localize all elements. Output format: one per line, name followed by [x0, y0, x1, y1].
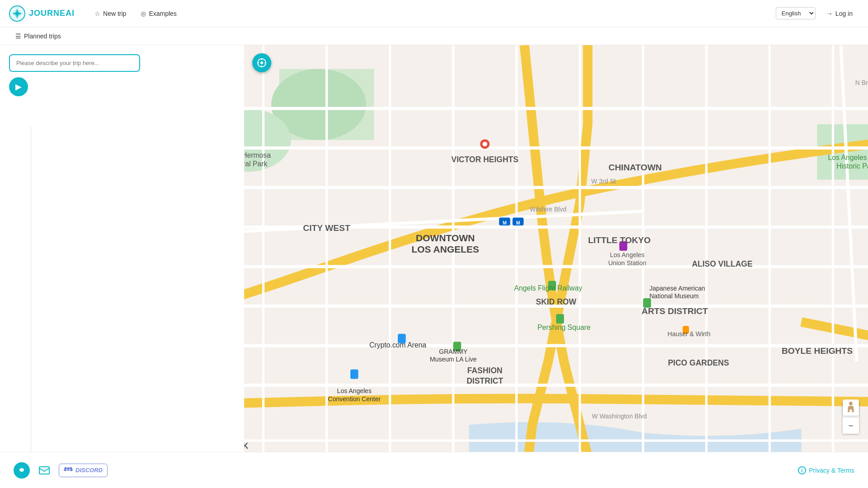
new-trip-label: New trip — [103, 10, 126, 17]
svg-text:M: M — [516, 220, 520, 225]
login-icon: → — [826, 10, 833, 17]
svg-text:N Broadway: N Broadway — [855, 79, 868, 86]
svg-point-42 — [482, 142, 487, 147]
zoom-out-button[interactable]: − — [843, 418, 859, 434]
svg-text:Vista Hermosa: Vista Hermosa — [244, 151, 271, 159]
svg-rect-46 — [350, 370, 359, 379]
discord-label: DISCORD — [75, 467, 103, 474]
svg-text:Wilshire Blvd: Wilshire Blvd — [530, 206, 566, 213]
map-svg: M M MACARTHUR PARK WESTLAKE PARK CITY WE… — [244, 45, 868, 488]
svg-text:Japanese American: Japanese American — [650, 285, 705, 292]
footer-left: DISCORD — [14, 462, 108, 479]
logo-text: JOURNEAI — [29, 9, 75, 18]
page-footer: DISCORD i Privacy & Terms — [0, 452, 868, 488]
svg-point-118 — [66, 469, 68, 470]
privacy-terms-link[interactable]: Privacy & Terms — [809, 467, 854, 474]
main-nav: ☆ New trip ◎ Examples — [88, 6, 776, 21]
planned-trips-label: Planned trips — [24, 33, 61, 40]
svg-text:M: M — [503, 220, 507, 225]
svg-text:ARTS DISTRICT: ARTS DISTRICT — [642, 306, 708, 316]
discord-icon — [64, 467, 73, 474]
planned-trips-nav-item[interactable]: ☰ Planned trips — [9, 30, 67, 42]
recenter-icon — [257, 58, 267, 68]
main-header: JOURNEAI ☆ New trip ◎ Examples EnglishEs… — [0, 0, 868, 27]
svg-text:VICTOR HEIGHTS: VICTOR HEIGHTS — [451, 155, 518, 164]
email-footer-link[interactable] — [39, 466, 50, 474]
svg-text:LITTLE TOKYO: LITTLE TOKYO — [588, 235, 651, 245]
svg-point-1 — [15, 12, 19, 15]
svg-text:Los Angeles: Los Angeles — [337, 387, 372, 394]
language-selector[interactable]: EnglishEspañolFrançaisDeutsch日本語 — [776, 7, 816, 19]
svg-text:Convention Center: Convention Center — [328, 395, 381, 403]
svg-text:Crypto.com Arena: Crypto.com Arena — [369, 341, 426, 349]
chat-bubble-icon — [17, 466, 26, 475]
svg-point-119 — [69, 469, 71, 470]
svg-point-3 — [260, 61, 263, 64]
svg-text:ST. JAMES PARK: ST. JAMES PARK — [244, 441, 249, 450]
svg-text:FASHION: FASHION — [467, 366, 503, 375]
svg-text:SKID ROW: SKID ROW — [536, 297, 576, 306]
svg-text:Pershing Square: Pershing Square — [538, 324, 591, 331]
svg-text:GRAMMY: GRAMMY — [439, 348, 468, 355]
svg-text:PICO GARDENS: PICO GARDENS — [668, 358, 729, 367]
examples-label: Examples — [149, 10, 176, 17]
pegman-control[interactable] — [843, 399, 859, 416]
svg-text:National Museum: National Museum — [650, 292, 699, 300]
footer-center: i Privacy & Terms — [798, 466, 854, 474]
svg-text:DISTRICT: DISTRICT — [467, 376, 503, 385]
svg-text:Hauser & Wirth: Hauser & Wirth — [668, 330, 711, 338]
svg-text:W Washington Blvd: W Washington Blvd — [592, 413, 647, 420]
svg-text:Museum LA Live: Museum LA Live — [430, 356, 477, 363]
svg-text:CITY WEST: CITY WEST — [303, 223, 350, 233]
logo[interactable]: JOURNEAI — [9, 5, 75, 22]
svg-text:Los Angeles State: Los Angeles State — [828, 154, 868, 161]
svg-rect-44 — [556, 314, 564, 324]
trip-input-container — [9, 54, 235, 72]
submit-trip-button[interactable]: ▶ — [9, 77, 28, 96]
compass-icon: ◎ — [141, 10, 146, 17]
examples-nav-item[interactable]: ◎ Examples — [134, 6, 183, 21]
svg-text:Angels Flight Railway: Angels Flight Railway — [514, 284, 582, 292]
svg-text:Union Station: Union Station — [608, 259, 646, 267]
svg-text:Natural Park: Natural Park — [244, 160, 267, 168]
star-icon: ☆ — [94, 10, 100, 17]
info-icon[interactable]: i — [798, 466, 806, 474]
login-button[interactable]: → Log in — [820, 6, 859, 21]
svg-text:LOS ANGELES: LOS ANGELES — [411, 244, 479, 254]
svg-rect-117 — [39, 467, 49, 474]
svg-text:BOYLE HEIGHTS: BOYLE HEIGHTS — [782, 346, 853, 356]
sidebar: ▶ — [0, 45, 244, 488]
chat-bubble-button[interactable] — [14, 462, 30, 479]
svg-text:DOWNTOWN: DOWNTOWN — [416, 233, 475, 243]
svg-text:ALISO VILLAGE: ALISO VILLAGE — [692, 259, 752, 268]
svg-text:Historic Park: Historic Park — [836, 162, 868, 170]
svg-text:Los Angeles: Los Angeles — [610, 251, 644, 258]
logo-icon — [9, 5, 25, 22]
svg-text:W 3rd St: W 3rd St — [591, 178, 616, 185]
send-icon: ▶ — [15, 82, 22, 92]
pegman-icon — [846, 401, 855, 414]
new-trip-nav-item[interactable]: ☆ New trip — [88, 6, 132, 21]
email-icon — [39, 466, 50, 474]
svg-text:CHINATOWN: CHINATOWN — [609, 163, 662, 172]
main-content: ▶ — [0, 0, 868, 488]
map-recenter-button[interactable] — [252, 53, 271, 72]
list-icon: ☰ — [15, 33, 21, 40]
discord-link[interactable]: DISCORD — [59, 464, 108, 477]
svg-point-116 — [19, 468, 24, 472]
sidebar-separator — [31, 127, 31, 488]
map-container: M M MACARTHUR PARK WESTLAKE PARK CITY WE… — [244, 45, 868, 488]
svg-point-114 — [849, 402, 853, 405]
trip-description-input[interactable] — [9, 54, 140, 72]
login-label: Log in — [835, 10, 853, 17]
sub-header: ☰ Planned trips — [0, 27, 868, 45]
